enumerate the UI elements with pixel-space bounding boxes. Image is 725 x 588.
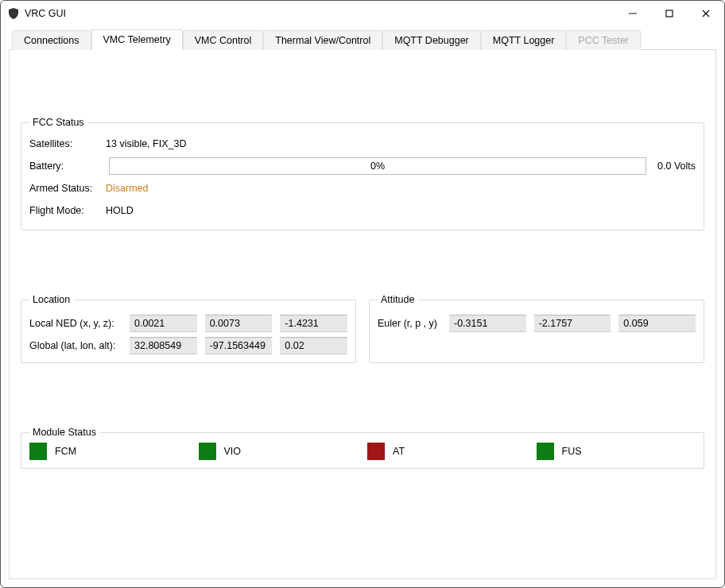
location-legend: Location (29, 294, 73, 305)
row-satellites: Satellites: 13 visible, FIX_3D (29, 133, 696, 155)
tab-connections[interactable]: Connections (12, 30, 91, 50)
local-ned-x: 0.0021 (130, 315, 197, 332)
app-shield-icon (7, 7, 20, 20)
maximize-button[interactable] (651, 1, 688, 26)
armed-label: Armed Status: (29, 183, 104, 194)
global-label: Global (lat, lon, alt): (29, 340, 122, 351)
group-attitude: Attitude Euler (r, p , y) -0.3151 -2.175… (369, 294, 704, 363)
tab-mqtt-logger[interactable]: MQTT Logger (481, 30, 567, 50)
titlebar: VRC GUI (1, 1, 724, 26)
module-name: FUS (562, 446, 582, 457)
status-indicator-icon (537, 443, 554, 460)
satellites-label: Satellites: (29, 138, 104, 149)
row-armed: Armed Status: Disarmed (29, 177, 696, 199)
module-name: AT (393, 446, 405, 457)
module-name: VIO (224, 446, 242, 457)
tab-mqtt-debugger[interactable]: MQTT Debugger (382, 30, 481, 50)
global-lat: 32.808549 (130, 337, 197, 354)
row-global: Global (lat, lon, alt): 32.808549 -97.15… (29, 337, 347, 354)
attitude-legend: Attitude (378, 294, 417, 305)
global-alt: 0.02 (280, 337, 347, 354)
minimize-button[interactable] (615, 1, 651, 26)
euler-label: Euler (r, p , y) (378, 318, 441, 329)
window-buttons (615, 1, 724, 26)
content-area: Connections VMC Telemetry VMC Control Th… (1, 26, 724, 587)
row-euler: Euler (r, p , y) -0.3151 -2.1757 0.059 (378, 315, 696, 332)
row-location-attitude: Location Local NED (x, y, z): 0.0021 0.0… (21, 294, 704, 363)
svg-rect-1 (666, 10, 673, 17)
module-status-legend: Module Status (29, 427, 99, 438)
tab-thermal[interactable]: Thermal View/Control (263, 30, 382, 50)
status-indicator-icon (29, 443, 47, 460)
spacer (21, 61, 704, 117)
status-indicator-icon (199, 443, 216, 460)
app-window: VRC GUI Connections VMC Telemetry VMC Co… (0, 0, 725, 588)
module-fus: FUS (537, 443, 696, 460)
euler-yaw: 0.059 (618, 315, 696, 332)
row-battery: Battery: 0% 0.0 Volts (29, 155, 696, 177)
close-button[interactable] (688, 1, 724, 26)
euler-pitch: -2.1757 (534, 315, 611, 332)
module-at: AT (367, 443, 527, 460)
module-vio: VIO (199, 443, 359, 460)
module-name: FCM (55, 446, 76, 457)
battery-percent-text: 0% (370, 161, 385, 172)
group-module-status: Module Status FCM VIO AT (21, 427, 704, 469)
battery-label: Battery: (29, 161, 104, 172)
armed-value: Disarmed (104, 183, 149, 194)
group-location: Location Local NED (x, y, z): 0.0021 0.0… (21, 294, 356, 363)
module-list: FCM VIO AT FUS (29, 443, 696, 460)
fcc-legend: FCC Status (29, 117, 87, 128)
row-local-ned: Local NED (x, y, z): 0.0021 0.0073 -1.42… (29, 315, 347, 332)
local-ned-label: Local NED (x, y, z): (29, 318, 122, 329)
tab-vmc-telemetry[interactable]: VMC Telemetry (91, 29, 183, 50)
local-ned-z: -1.4231 (280, 315, 347, 332)
battery-volts: 0.0 Volts (651, 161, 696, 172)
tab-bar: Connections VMC Telemetry VMC Control Th… (9, 29, 716, 50)
group-fcc-status: FCC Status Satellites: 13 visible, FIX_3… (21, 117, 704, 230)
tab-pcc-tester: PCC Tester (566, 30, 641, 50)
euler-roll: -0.3151 (449, 315, 526, 332)
module-fcm: FCM (29, 443, 189, 460)
flightmode-value: HOLD (104, 205, 134, 216)
titlebar-left: VRC GUI (7, 7, 66, 20)
global-lon: -97.1563449 (205, 337, 273, 354)
window-title: VRC GUI (25, 8, 66, 19)
tab-panel-vmc-telemetry: FCC Status Satellites: 13 visible, FIX_3… (9, 50, 716, 579)
battery-progress: 0% (109, 157, 646, 175)
row-flight-mode: Flight Mode: HOLD (29, 199, 696, 222)
local-ned-y: 0.0073 (205, 315, 273, 332)
flightmode-label: Flight Mode: (29, 205, 104, 216)
satellites-value: 13 visible, FIX_3D (104, 138, 186, 149)
status-indicator-icon (367, 443, 385, 460)
tab-vmc-control[interactable]: VMC Control (183, 30, 264, 50)
